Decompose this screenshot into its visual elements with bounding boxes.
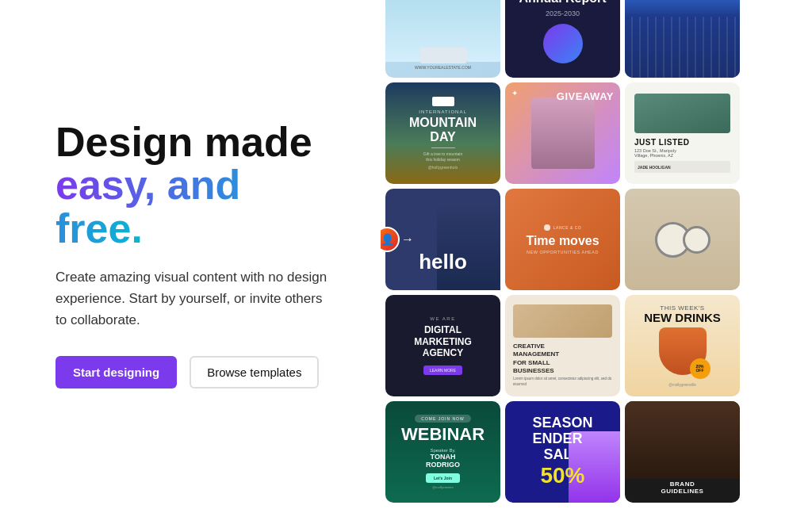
cta-row: Start designing Browse templates [56,356,333,388]
card4-divider [431,147,455,148]
card-digital-marketing[interactable]: WE ARE DIGITALMARKETINGAGENCY LEARN MORE [385,295,500,396]
card9-person [437,203,500,290]
card-time-moves[interactable]: LANCE & CO Time moves NEW OPPORTUNITIES … [505,189,620,290]
card6-just: JUST LISTED [634,138,689,147]
template-collage: · LIVING ROOM · DINING ROOM · SERVICES ·… [381,0,812,503]
card4-mountain: MOUNTAIN [409,116,477,130]
card-new-drinks[interactable]: This Week's NEW DRINKS 20%OFF @mollygree… [625,295,740,396]
card7-logo-text: LANCE & CO [553,225,581,230]
card-city-skyline[interactable] [625,0,740,78]
card12-drink-visual: 20%OFF [659,327,707,375]
card-just-listed[interactable]: JUST LISTED 123 Doe St., MaripolyVillage… [625,82,740,184]
card5-giveaway-text: GIVEAWAY [557,90,614,102]
card1-url: WWW.YOUREALESTATE.COM [393,65,492,70]
card6-agent-name: JADE HOOLIGAN [638,165,671,170]
card-webinar[interactable]: COME JOIN NOW WEBINAR Speaker By. TONAHR… [385,401,500,503]
card4-handle: @hollygreenholo [428,165,458,170]
card15-photo [625,401,740,479]
card-living-room[interactable]: · LIVING ROOM · DINING ROOM · SERVICES ·… [385,0,500,78]
card13-join-button[interactable]: Let's Join [426,473,460,483]
headline-easy-free: easy, andfree. [56,162,240,251]
card13-come-join-tag: COME JOIN NOW [415,415,470,423]
card10-title: DIGITALMARKETINGAGENCY [414,324,472,358]
card10-learn-more-btn: LEARN MORE [423,365,462,375]
hero-description: Create amazing visual content with no de… [56,266,333,331]
card12-handle: @mollygreenville [668,383,695,387]
card5-model-photo [531,98,595,169]
card6-address: 123 Doe St., MaripolyVillage, Phoenix, A… [634,148,676,158]
city-buildings-decoration [625,17,740,78]
card6-name-bar: JADE HOOLIGAN [634,161,730,173]
card-clocks[interactable] [625,189,740,290]
headline-line1: Design made [56,121,333,164]
card7-logo-row: LANCE & CO [544,224,581,231]
card14-title: SeasonEnder [532,415,592,447]
card7-title: Time moves [526,234,599,248]
card2-circle-decoration [543,24,583,63]
headline-design-made: Design made [56,119,312,165]
card-season-sale[interactable]: SeasonEnder Sale 50% [505,401,620,503]
card4-day: DAY [430,130,455,144]
card5-star-icon: ✦ [511,89,518,98]
card-creative-management[interactable]: CREATIVEMANAGEMENTFOR SMALLBUSINESSES Lo… [505,295,620,396]
card4-international: INTERNATIONAL [419,109,467,114]
card-annual-report[interactable]: Annual Report 2025-2030 [505,0,620,78]
card4-subtitle: Gift a tree to mountainthis holiday seas… [423,151,462,163]
card9-avatar-bubble: 👤 [381,227,400,252]
card-giveaway[interactable]: ✦ GIVEAWAY [505,82,620,184]
card4-logo [432,97,454,106]
card13-handle: @mollycreates [432,485,454,489]
card13-webinar-title: WEBINAR [401,424,485,445]
card7-logo-dot [544,224,550,231]
browse-templates-button[interactable]: Browse templates [190,356,319,388]
card12-discount-badge: 20%OFF [690,358,710,379]
headline-gradient-block: easy, andfree. [56,163,333,250]
card2-year: 2025-2030 [546,10,580,17]
card11-photo [513,304,612,338]
card9-arrow-icon: → [401,232,414,247]
card-brand-guidelines[interactable]: BrandGuidelines [625,401,740,503]
card10-we-are: WE ARE [430,316,455,321]
start-designing-button[interactable]: Start designing [56,356,177,388]
card-mountain-day[interactable]: INTERNATIONAL MOUNTAIN DAY Gift a tree t… [385,82,500,184]
card14-percent: 50% [540,463,584,488]
card11-title: CREATIVEMANAGEMENTFOR SMALLBUSINESSES [513,343,559,376]
right-panel: · LIVING ROOM · DINING ROOM · SERVICES ·… [381,0,812,509]
left-panel: Design made easy, andfree. Create amazin… [0,0,381,509]
card6-aerial-photo [634,94,730,133]
card15-label: BrandGuidelines [661,480,704,495]
card13-speaker-name: TONAHRODRIGO [426,453,460,469]
card11-body: Lorem ipsum dolor sit amet, consectetur … [513,377,612,387]
card12-title: NEW DRINKS [644,312,721,325]
aerial-view-decoration [634,94,730,133]
card8-clocks-bg [625,189,740,290]
card9-avatar-face: 👤 [381,233,394,246]
card9-hello-text: hello [419,250,467,274]
card-hello[interactable]: 👤 → hello [385,189,500,290]
card7-subtitle: NEW OPPORTUNITIES AHEAD [527,250,599,254]
clock-2 [683,226,710,254]
card2-title: Annual Report [519,0,606,6]
